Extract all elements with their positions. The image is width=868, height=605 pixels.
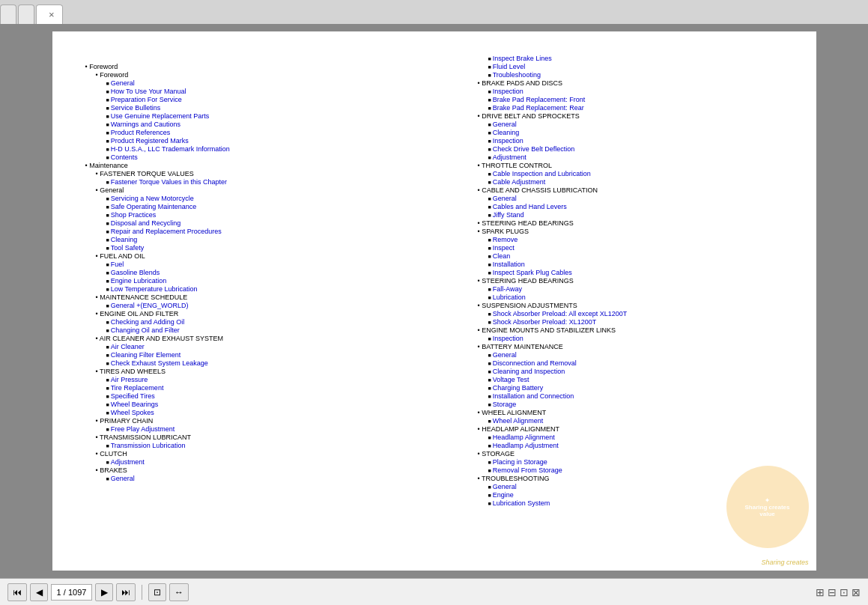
- toc-link[interactable]: General: [111, 79, 135, 87]
- toc-link[interactable]: Disconnection and Removal: [493, 359, 577, 367]
- toc-link[interactable]: Jiffy Stand: [493, 211, 524, 219]
- toc-link[interactable]: Placing in Storage: [493, 458, 547, 466]
- list-item: ■ Changing Oil and Filter: [75, 326, 416, 334]
- toc-section: • AIR CLEANER AND EXHAUST SYSTEM: [96, 335, 224, 342]
- toc-link[interactable]: Removal From Storage: [493, 466, 562, 474]
- tab-1[interactable]: [0, 4, 16, 24]
- toc-link[interactable]: Brake Pad Replacement: Rear: [493, 104, 584, 112]
- fit-width-button[interactable]: ↔: [169, 583, 189, 601]
- toc-link[interactable]: Transmission Lubrication: [111, 442, 186, 449]
- toc-link[interactable]: Adjustment: [493, 153, 526, 161]
- toc-link[interactable]: Fastener Torque Values in this Chapter: [111, 178, 227, 186]
- toc-link[interactable]: Remove: [493, 236, 518, 243]
- first-page-button[interactable]: ⏮: [7, 583, 27, 601]
- list-item: ■ Servicing a New Motorcycle: [75, 195, 416, 202]
- tab-3[interactable]: ×: [36, 4, 63, 24]
- toc-link[interactable]: Clean: [493, 252, 511, 260]
- toc-link[interactable]: Headlamp Alignment: [493, 434, 555, 441]
- toc-link[interactable]: Installation: [493, 261, 525, 268]
- toc-link[interactable]: Engine: [493, 491, 514, 499]
- toc-link[interactable]: Contents: [111, 153, 138, 161]
- toc-link[interactable]: Wheel Spokes: [111, 409, 154, 416]
- toc-link[interactable]: General: [111, 475, 135, 482]
- toc-link[interactable]: Shock Absorber Preload: All except XL120…: [493, 310, 628, 317]
- close-icon[interactable]: ×: [49, 9, 55, 20]
- toc-link[interactable]: Cleaning and Inspection: [493, 368, 565, 375]
- list-item: ■ General +(ENG_WORLD): [75, 302, 416, 309]
- toc-link[interactable]: Engine Lubrication: [111, 277, 167, 285]
- toc-link[interactable]: Check Exhaust System Leakage: [111, 359, 208, 367]
- last-page-button[interactable]: ⏭: [116, 583, 136, 601]
- toc-link[interactable]: General: [493, 351, 517, 359]
- toc-link[interactable]: Air Pressure: [111, 376, 148, 383]
- toc-link[interactable]: How To Use Your Manual: [111, 88, 186, 95]
- list-item: ■ Warnings and Cautions: [75, 121, 416, 128]
- toc-link[interactable]: Installation and Connection: [493, 392, 574, 400]
- toc-link[interactable]: H-D U.S.A., LLC Trademark Information: [111, 145, 230, 153]
- toc-link[interactable]: Lubrication System: [493, 499, 550, 507]
- toc-link[interactable]: Lubrication: [493, 294, 526, 301]
- toc-link[interactable]: Brake Pad Replacement: Front: [493, 96, 586, 103]
- toc-link[interactable]: Inspection: [493, 88, 523, 95]
- page-number-input[interactable]: [51, 584, 92, 601]
- toc-link[interactable]: Wheel Bearings: [111, 401, 159, 408]
- list-item: ■ Adjustment: [457, 153, 798, 161]
- prev-page-button[interactable]: ◀: [30, 583, 48, 601]
- toc-link[interactable]: Troubleshooting: [493, 71, 541, 79]
- toc-link[interactable]: Gasoline Blends: [111, 269, 160, 276]
- toc-link[interactable]: Servicing a New Motorcycle: [111, 195, 194, 202]
- toc-link[interactable]: Inspect: [493, 244, 515, 252]
- toc-link[interactable]: Shock Absorber Preload: XL1200T: [493, 318, 597, 326]
- toc-link[interactable]: Safe Operating Maintenance: [111, 203, 197, 210]
- toc-link[interactable]: Cleaning Filter Element: [111, 351, 181, 359]
- toc-link[interactable]: Inspection: [493, 335, 523, 342]
- toc-link[interactable]: Service Bulletins: [111, 104, 161, 112]
- toc-link[interactable]: General: [493, 195, 517, 202]
- list-item: ■ Inspection: [457, 335, 798, 342]
- toc-link[interactable]: General: [493, 121, 517, 128]
- toc-link[interactable]: Tool Safety: [111, 244, 145, 252]
- toc-link[interactable]: Check Drive Belt Deflection: [493, 145, 575, 153]
- toc-link[interactable]: Inspect Brake Lines: [493, 55, 552, 62]
- toc-link[interactable]: General: [493, 483, 517, 490]
- toc-link[interactable]: Inspect Spark Plug Cables: [493, 269, 572, 276]
- toc-link[interactable]: Storage: [493, 401, 517, 408]
- toc-link[interactable]: General +(ENG_WORLD): [111, 302, 189, 309]
- toc-link[interactable]: Specified Tires: [111, 392, 155, 400]
- list-item: ■ How To Use Your Manual: [75, 88, 416, 95]
- toc-link[interactable]: Fall-Away: [493, 285, 522, 293]
- toc-link[interactable]: Tire Replacement: [111, 384, 164, 392]
- list-item: • MAINTENANCE SCHEDULE: [75, 294, 416, 301]
- toc-link[interactable]: Inspection: [493, 137, 523, 145]
- toc-link[interactable]: Air Cleaner: [111, 343, 145, 350]
- toc-link[interactable]: Wheel Alignment: [493, 417, 544, 425]
- toc-link[interactable]: Cleaning: [111, 236, 138, 243]
- toc-link[interactable]: Cable Inspection and Lubrication: [493, 170, 591, 177]
- toc-link[interactable]: Product References: [111, 129, 171, 136]
- list-item: ■ Headlamp Adjustment: [457, 442, 798, 449]
- fit-page-button[interactable]: ⊡: [148, 583, 166, 601]
- toc-link[interactable]: Headlamp Adjustment: [493, 442, 559, 449]
- toc-link[interactable]: Preparation For Service: [111, 96, 182, 103]
- toc-link[interactable]: Use Genuine Replacement Parts: [111, 112, 210, 120]
- toc-link[interactable]: Cables and Hand Levers: [493, 203, 567, 210]
- toc-link[interactable]: Fuel: [111, 261, 124, 268]
- toc-link[interactable]: Product Registered Marks: [111, 137, 189, 145]
- toc-link[interactable]: Changing Oil and Filter: [111, 326, 180, 334]
- toc-link[interactable]: Free Play Adjustment: [111, 425, 175, 433]
- tab-2[interactable]: [18, 4, 34, 24]
- toc-link[interactable]: Shop Practices: [111, 211, 157, 219]
- toc-link[interactable]: Cleaning: [493, 129, 520, 136]
- toc-link[interactable]: Fluid Level: [493, 63, 526, 70]
- toc-link[interactable]: Cable Adjustment: [493, 178, 546, 186]
- next-page-button[interactable]: ▶: [95, 583, 113, 601]
- toc-link[interactable]: Repair and Replacement Procedures: [111, 228, 222, 235]
- list-item: ■ General: [75, 475, 416, 482]
- toc-link[interactable]: Charging Battery: [493, 384, 544, 392]
- toc-link[interactable]: Voltage Test: [493, 376, 529, 383]
- toc-link[interactable]: Checking and Adding Oil: [111, 318, 185, 326]
- toc-link[interactable]: Adjustment: [111, 458, 145, 466]
- toc-link[interactable]: Low Temperature Lubrication: [111, 285, 198, 293]
- toc-link[interactable]: Disposal and Recycling: [111, 219, 181, 227]
- toc-link[interactable]: Warnings and Cautions: [111, 121, 180, 128]
